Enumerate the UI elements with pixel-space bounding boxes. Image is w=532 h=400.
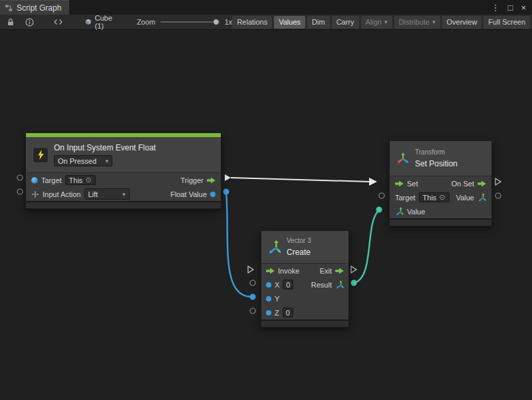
graph-inspector-button[interactable] [51,15,65,29]
graph-canvas[interactable]: On Input System Event Float On Pressed ▾… [0,30,532,400]
row-y: Y [261,292,348,305]
node-transform-set-position[interactable]: Transform Set Position Set On Set [389,140,492,226]
node-vector3-create[interactable]: Vector 3 Create Invoke Exit [261,230,349,327]
event-badge [33,147,49,163]
port-exit-out[interactable] [351,266,356,273]
zoom-slider-knob[interactable] [213,19,219,25]
node-footer[interactable] [390,218,491,226]
vector3-icon [267,240,281,254]
script-graph-icon [5,4,13,12]
flow-arrow-icon [395,180,404,187]
zoom-slider[interactable] [160,21,220,23]
port-event-inputaction-in[interactable] [17,189,23,194]
wire-floatvalue-to-y[interactable] [226,192,251,297]
dim-button[interactable]: Dim [307,16,330,29]
port-set-in[interactable] [369,178,377,186]
exit-label: Exit [320,267,332,275]
port-result-out[interactable] [351,280,357,286]
result-label: Result [311,281,332,289]
chevron-down-icon: ▾ [105,158,108,164]
target-object-name: Cube (1) [94,14,115,30]
tab-script-graph[interactable]: Script Graph [0,0,69,15]
lock-button[interactable] [4,15,17,29]
target-object-field[interactable]: This ⊙ [65,175,96,185]
node-title: Create [287,248,311,257]
cube-icon [85,17,91,27]
close-icon[interactable]: × [521,3,526,12]
port-onset-out[interactable] [495,178,501,185]
chevron-down-icon: ▾ [432,19,436,25]
event-mode-dropdown[interactable]: On Pressed ▾ [54,155,112,166]
port-y-in[interactable] [250,294,256,300]
float-port-icon [210,192,215,197]
node-footer[interactable] [261,319,348,327]
wire-trigger-to-set[interactable] [231,178,370,182]
carry-button[interactable]: Carry [332,16,359,29]
row-transform-value: Value [390,204,491,218]
distribute-button[interactable]: Distribute ▾ [394,16,440,29]
vector-port-icon [477,193,486,202]
zoom-label: Zoom [137,18,156,26]
float-port-icon [266,310,271,315]
transform-icon [396,152,410,165]
relations-button[interactable]: Relations [232,16,272,29]
port-invoke-in[interactable] [248,266,253,273]
info-button[interactable] [23,15,37,29]
z-label: Z [275,309,279,317]
invoke-label: Invoke [278,267,299,275]
overview-button[interactable]: Overview [442,16,482,29]
row-z: Z 0 [261,305,348,319]
input-action-icon [31,190,39,198]
input-action-dropdown[interactable]: Lift ▾ [84,188,130,200]
node-category: Vector 3 [287,237,311,245]
maximize-icon[interactable]: □ [508,3,513,12]
vector-port-icon [335,280,344,289]
values-button[interactable]: Values [274,16,305,29]
chevron-down-icon: ▾ [384,19,388,25]
float-port-icon [266,282,271,288]
wire-result-to-value[interactable] [354,210,379,283]
lock-icon [7,18,15,26]
port-floatvalue-out[interactable] [223,189,229,195]
info-icon [25,18,34,27]
row-x: X 0 Result [261,278,348,292]
row-target: Target This ⊙ Trigger [26,173,221,187]
align-button[interactable]: Align ▾ [361,16,392,29]
node-on-input-system-event-float[interactable]: On Input System Event Float On Pressed ▾… [25,132,221,209]
x-value-field[interactable]: 0 [283,280,293,290]
graph-toolbar: Cube (1) Zoom 1x Relations Values Dim Ca… [0,15,532,30]
flow-arrow-icon [477,180,486,187]
port-trigger-out[interactable] [225,174,231,181]
port-x-in[interactable] [250,280,255,286]
row-set: Set On Set [390,176,491,190]
target-object-field[interactable]: This ⊙ [419,192,450,202]
object-picker-icon: ⊙ [85,176,91,184]
tab-title: Script Graph [17,3,61,13]
port-transform-target-in[interactable] [379,193,384,198]
zoom-control: Zoom 1x [137,18,233,26]
toolbar-buttons: Relations Values Dim Carry Align ▾ Distr… [232,16,531,29]
graph-target-chip[interactable]: Cube (1) [85,14,116,30]
lightning-icon [37,150,45,160]
flow-arrow-icon [335,268,344,274]
menu-icon[interactable]: ⋮ [491,3,500,12]
port-event-target-in[interactable] [17,175,23,180]
titlebar-spacer [69,0,491,15]
y-label: Y [275,295,279,303]
vector-port-icon [395,207,404,216]
node-footer[interactable] [26,201,221,208]
flow-arrow-icon [266,268,275,274]
zoom-value: 1x [225,18,233,26]
port-transform-value-out[interactable] [495,193,501,198]
fullscreen-button[interactable]: Full Screen [483,16,530,29]
port-transform-value-in[interactable] [376,207,382,213]
row-input-action: Input Action Lift ▾ Float Value [26,187,221,201]
chevron-down-icon: ▾ [122,191,126,198]
port-z-in[interactable] [250,308,255,313]
z-value-field[interactable]: 0 [283,307,293,317]
x-label: X [275,281,279,289]
node-title: On Input System Event Float [54,143,156,152]
set-label: Set [407,180,418,188]
trigger-label: Trigger [181,176,203,184]
node-category: Transform [415,148,458,156]
